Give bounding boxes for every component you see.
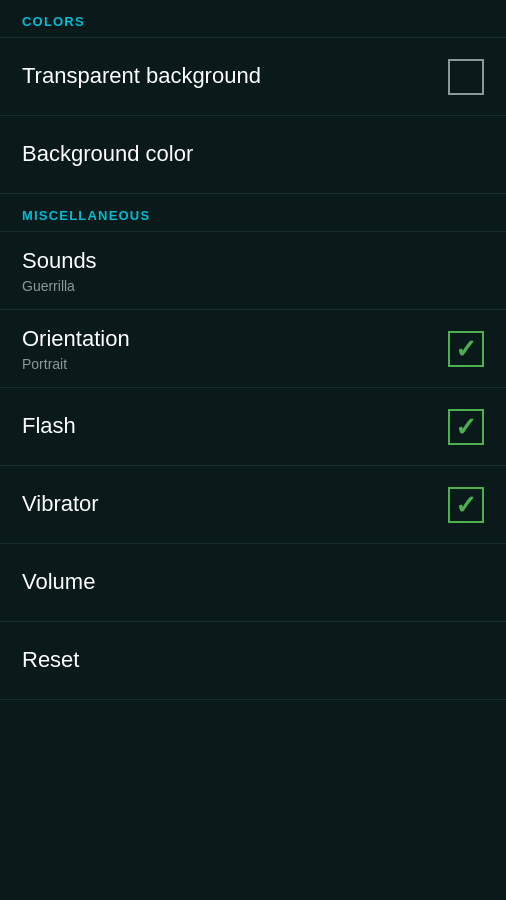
- vibrator-checkbox[interactable]: ✓: [448, 487, 484, 523]
- sounds-subtitle: Guerrilla: [22, 278, 97, 294]
- flash-checkmark: ✓: [455, 414, 477, 440]
- vibrator-text: Vibrator: [22, 490, 99, 519]
- flash-title: Flash: [22, 412, 76, 441]
- orientation-subtitle: Portrait: [22, 356, 130, 372]
- reset-item[interactable]: Reset: [0, 622, 506, 700]
- flash-item[interactable]: Flash ✓: [0, 388, 506, 466]
- orientation-title: Orientation: [22, 325, 130, 354]
- reset-title: Reset: [22, 646, 79, 675]
- orientation-checkbox[interactable]: ✓: [448, 331, 484, 367]
- background-color-text: Background color: [22, 140, 193, 169]
- vibrator-title: Vibrator: [22, 490, 99, 519]
- sounds-text: Sounds Guerrilla: [22, 247, 97, 294]
- miscellaneous-section-header: MISCELLANEOUS: [0, 194, 506, 232]
- flash-text: Flash: [22, 412, 76, 441]
- flash-checkbox[interactable]: ✓: [448, 409, 484, 445]
- background-color-item[interactable]: Background color: [0, 116, 506, 194]
- vibrator-checkmark: ✓: [455, 492, 477, 518]
- reset-text: Reset: [22, 646, 79, 675]
- volume-text: Volume: [22, 568, 95, 597]
- volume-title: Volume: [22, 568, 95, 597]
- transparent-background-item[interactable]: Transparent background: [0, 38, 506, 116]
- sounds-item[interactable]: Sounds Guerrilla: [0, 232, 506, 310]
- transparent-background-checkbox[interactable]: [448, 59, 484, 95]
- background-color-title: Background color: [22, 140, 193, 169]
- sounds-title: Sounds: [22, 247, 97, 276]
- transparent-background-text: Transparent background: [22, 62, 261, 91]
- transparent-background-title: Transparent background: [22, 62, 261, 91]
- orientation-text: Orientation Portrait: [22, 325, 130, 372]
- colors-section-header: COLORS: [0, 0, 506, 38]
- orientation-checkmark: ✓: [455, 336, 477, 362]
- vibrator-item[interactable]: Vibrator ✓: [0, 466, 506, 544]
- volume-item[interactable]: Volume: [0, 544, 506, 622]
- orientation-item[interactable]: Orientation Portrait ✓: [0, 310, 506, 388]
